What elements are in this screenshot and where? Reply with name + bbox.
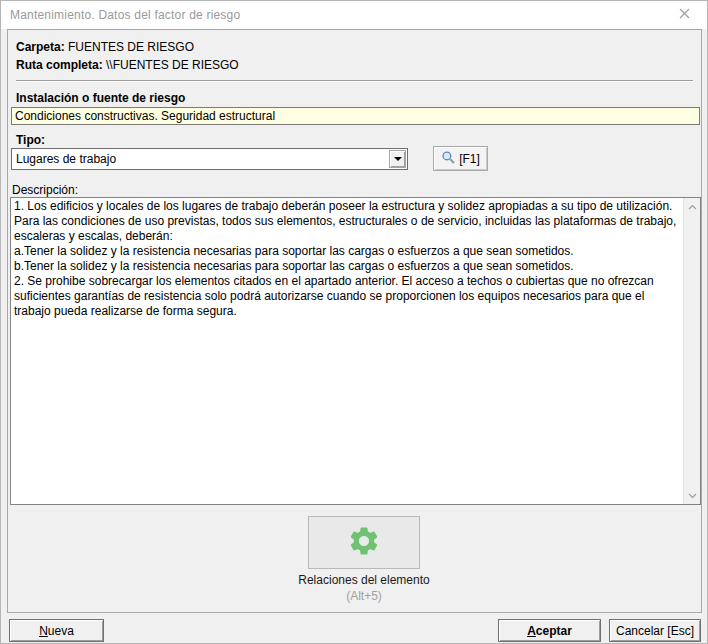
aceptar-button[interactable]: Aceptar — [498, 619, 601, 642]
instalacion-input[interactable] — [11, 107, 700, 125]
gear-icon — [347, 524, 381, 561]
nueva-button[interactable]: Nueva — [9, 619, 104, 642]
content-panel: Carpeta: FUENTES DE RIESGO Ruta completa… — [7, 29, 702, 613]
descripcion-text: 1. Los edificios y locales de los lugare… — [11, 198, 683, 504]
relaciones-button[interactable] — [308, 516, 420, 569]
window-title: Mantenimiento. Datos del factor de riesg… — [10, 8, 240, 22]
relaciones-label: Relaciones del elemento — [238, 573, 490, 587]
search-f1-button[interactable]: [F1] — [433, 146, 488, 171]
descripcion-label: Descripción: — [12, 183, 78, 197]
instalacion-label: Instalación o fuente de riesgo — [16, 91, 185, 105]
close-button[interactable] — [662, 1, 707, 29]
carpeta-value: FUENTES DE RIESGO — [65, 40, 194, 54]
tipo-selected-value: Lugares de trabajo — [16, 152, 389, 166]
tipo-label: Tipo: — [16, 133, 45, 147]
ruta-line: Ruta completa: \\FUENTES DE RIESGO — [16, 56, 239, 74]
ruta-label: Ruta completa: — [16, 58, 103, 72]
tipo-dropdown-button[interactable] — [389, 150, 406, 168]
chevron-down-icon — [394, 157, 402, 161]
close-icon — [679, 8, 690, 22]
descripcion-textarea[interactable]: 1. Los edificios y locales de los lugare… — [10, 197, 701, 505]
relaciones-shortcut: (Alt+5) — [238, 589, 490, 603]
titlebar: Mantenimiento. Datos del factor de riesg… — [1, 1, 707, 29]
search-icon — [441, 150, 456, 168]
ruta-value: \\FUENTES DE RIESGO — [103, 58, 239, 72]
tipo-combobox[interactable]: Lugares de trabajo — [11, 148, 408, 170]
dialog-window: Mantenimiento. Datos del factor de riesg… — [0, 0, 708, 644]
separator-line — [16, 80, 693, 82]
scroll-up-button[interactable] — [684, 198, 701, 215]
f1-label: [F1] — [459, 152, 480, 166]
scroll-down-button[interactable] — [684, 487, 701, 504]
cancelar-button[interactable]: Cancelar [Esc] — [609, 619, 701, 642]
chevron-down-icon — [688, 493, 697, 499]
chevron-up-icon — [688, 204, 697, 210]
carpeta-line: Carpeta: FUENTES DE RIESGO — [16, 38, 239, 56]
carpeta-label: Carpeta: — [16, 40, 65, 54]
folder-info: Carpeta: FUENTES DE RIESGO Ruta completa… — [16, 38, 239, 74]
vertical-scrollbar[interactable] — [683, 198, 700, 504]
